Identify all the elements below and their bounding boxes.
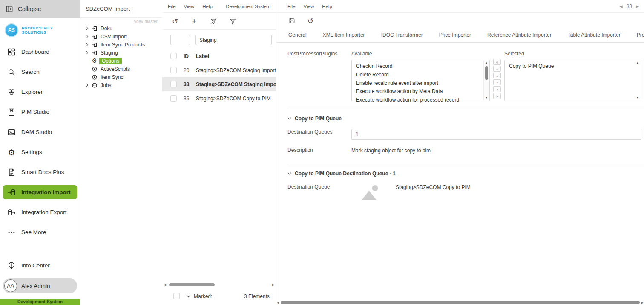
scroll-up-icon[interactable]: ▲ (484, 61, 489, 65)
section-copy-to-pim-queue-destination-queue-1[interactable]: Copy to PIM Queue Destination Queue - 1 (288, 171, 644, 177)
user-menu[interactable]: AA Alex Admin (3, 278, 77, 293)
selected-scrollbar[interactable]: ▲ ▼ (635, 61, 641, 100)
expand-chevron-icon[interactable] (85, 26, 89, 30)
destination-queue-reference[interactable]: Staging>SDZeCOM Copy to PIM (396, 184, 471, 190)
tab-idoc-transformer[interactable]: IDOC Transformer (380, 29, 424, 43)
scrollbar-thumb[interactable] (169, 283, 215, 286)
collapse-label: Collapse (18, 6, 41, 12)
menu-view[interactable]: View (184, 4, 195, 9)
section-copy-to-pim-queue[interactable]: Copy to PIM Queue (288, 116, 644, 122)
tree-item-csv-import[interactable]: CSV Import (85, 32, 162, 41)
scroll-left-icon[interactable]: ◀ (164, 282, 166, 287)
add-button[interactable]: + (190, 17, 198, 25)
next-record-icon[interactable]: ▶ (636, 4, 639, 9)
scroll-up-icon[interactable]: ▲ (635, 61, 640, 65)
scrollbar-thumb[interactable] (485, 66, 488, 80)
selected-item[interactable]: Copy to PIM Queue (509, 62, 631, 71)
sidebar-item-dam-studio[interactable]: DAM Studio (0, 122, 80, 142)
sidebar-item-dashboard[interactable]: Dashboard (0, 42, 80, 62)
expand-chevron-icon[interactable] (85, 83, 89, 87)
sidebar-item-integration-export[interactable]: Integration Export (0, 202, 80, 222)
sidebar-item-pim-studio[interactable]: PIM Studio (0, 102, 80, 122)
tree-item-activescripts[interactable]: ActiveScripts (85, 65, 162, 73)
current-record-id: 33 (627, 3, 632, 9)
scroll-down-icon[interactable]: ▼ (484, 96, 489, 100)
menu-view[interactable]: View (304, 4, 314, 9)
sidebar-item-search[interactable]: Search (0, 62, 80, 82)
sidebar-item-see-more[interactable]: See More (0, 222, 80, 242)
selected-listbox[interactable]: Copy to PIM Queue ▲ ▼ (504, 60, 641, 101)
menu-file[interactable]: File (168, 4, 176, 9)
tab-reference-attribute-importer[interactable]: Reference Attribute Importer (486, 29, 552, 43)
tab-xml-item-importer[interactable]: XML Item Importer (322, 29, 366, 43)
tab-general[interactable]: General (288, 29, 308, 43)
sidebar-item-info-center[interactable]: Info Center (0, 256, 80, 276)
chevron-down-icon[interactable] (186, 295, 191, 298)
marked-checkbox[interactable] (173, 293, 180, 299)
tree-item-item-sync[interactable]: Item Sync (85, 73, 162, 81)
sidebar-item-integration-import[interactable]: Integration Import (3, 185, 77, 199)
tree-item-staging[interactable]: Staging (85, 49, 162, 57)
label-filter-input[interactable] (196, 35, 272, 45)
tab-prehandler[interactable]: Prehandler (636, 29, 644, 43)
sidebar-item-smart-docs-plus[interactable]: Smart Docs Plus (0, 162, 80, 182)
save-button[interactable] (288, 17, 296, 25)
tree-item-item-sync-products[interactable]: Item Sync Products (85, 41, 162, 49)
selected-label: Selected (504, 51, 641, 57)
select-all-checkbox[interactable] (170, 53, 177, 59)
table-row-selected[interactable]: 33 Staging>SDZeCOM Staging Import (162, 77, 276, 91)
move-right-button[interactable]: ▸ (493, 66, 501, 72)
list-menubar: File View Help Development System (162, 0, 276, 13)
expand-chevron-icon[interactable] (85, 35, 89, 38)
column-header-id[interactable]: ID (184, 53, 195, 59)
refresh-button[interactable]: ↺ (171, 17, 179, 25)
available-item[interactable]: Execute workflow action for processed re… (356, 96, 479, 105)
import-node-icon (91, 33, 98, 40)
tree-item-options[interactable]: ⚙ Options (85, 57, 162, 65)
sidebar-item-explorer[interactable]: Explorer (0, 82, 80, 102)
list-horizontal-scrollbar[interactable]: ◀ ▶ (164, 282, 275, 288)
available-listbox[interactable]: Checkin Record Delete Record Enable reca… (351, 60, 490, 101)
available-item[interactable]: Checkin Record (356, 62, 479, 71)
previous-record-icon[interactable]: ◀ (620, 4, 623, 9)
tab-table-attribute-importer[interactable]: Table Attribute Importer (567, 29, 621, 43)
detail-horizontal-scrollbar[interactable]: ◀ ▶ (276, 300, 644, 305)
scroll-right-icon[interactable]: ▶ (272, 282, 275, 287)
expand-chevron-icon[interactable] (85, 43, 89, 46)
destination-queues-input[interactable] (351, 129, 641, 140)
column-header-label[interactable]: Label (196, 53, 209, 59)
filter-button[interactable] (229, 17, 236, 25)
row-checkbox[interactable] (170, 95, 177, 102)
move-all-left-button[interactable]: |◂ (493, 93, 501, 99)
table-row[interactable]: 20 Staging>SDZeCOM Staging Import BMEcat (162, 63, 276, 77)
scroll-down-icon[interactable]: ▼ (635, 96, 640, 100)
import-node-icon (91, 49, 98, 56)
menu-help[interactable]: Help (322, 4, 332, 9)
available-item[interactable]: Execute workflow action by Meta Data (356, 87, 479, 96)
tree-item-jobs[interactable]: Jobs (85, 81, 162, 89)
clear-filter-button[interactable] (210, 17, 217, 25)
available-scrollbar[interactable]: ▲ ▼ (483, 61, 489, 100)
row-checkbox[interactable] (170, 67, 177, 73)
available-item[interactable]: Delete Record (356, 71, 479, 79)
tree-item-doku[interactable]: Doku (85, 24, 162, 32)
available-item[interactable]: Enable recalc rule event after import (356, 79, 479, 88)
tab-price-importer[interactable]: Price Importer (438, 29, 472, 43)
row-label: Staging>SDZeCOM Staging Import BMEcat (196, 67, 276, 73)
move-up-button[interactable]: ▴ (493, 73, 501, 78)
menu-file[interactable]: File (288, 4, 296, 9)
id-filter-input[interactable] (170, 35, 190, 45)
collapse-button[interactable]: Collapse (0, 0, 80, 18)
move-down-button[interactable]: ▾ (493, 79, 501, 85)
sidebar-item-settings[interactable]: ⚙ Settings (0, 142, 80, 162)
row-checkbox[interactable] (170, 81, 177, 87)
reload-button[interactable]: ↺ (307, 17, 314, 25)
scroll-right-icon[interactable]: ▶ (641, 300, 644, 305)
scroll-left-icon[interactable]: ◀ (277, 300, 279, 305)
expand-chevron-icon[interactable] (85, 51, 89, 55)
move-left-button[interactable]: ◂ (493, 86, 501, 92)
scrollbar-thumb[interactable] (281, 301, 640, 304)
table-row[interactable]: 36 Staging>SDZeCOM Copy to PIM (162, 91, 276, 105)
menu-help[interactable]: Help (202, 4, 213, 9)
move-all-right-button[interactable]: ▸| (493, 59, 501, 65)
